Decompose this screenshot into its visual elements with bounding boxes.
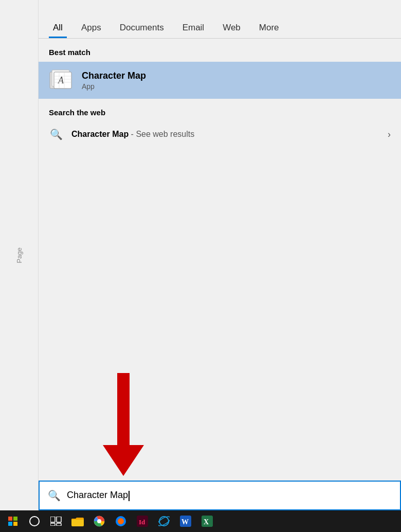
svg-rect-13: [8, 522, 12, 526]
tab-documents[interactable]: Documents: [111, 12, 173, 38]
search-bar[interactable]: 🔍 Character Map: [39, 481, 401, 510]
page-label: Page: [15, 247, 23, 263]
svg-rect-19: [57, 523, 61, 526]
file-explorer-button[interactable]: [67, 510, 88, 532]
task-view-button[interactable]: [45, 510, 67, 532]
left-sidebar: Page: [0, 0, 39, 510]
search-bar-text: Character Map: [67, 490, 130, 501]
app-type: App: [82, 82, 146, 91]
chrome-button[interactable]: [88, 510, 110, 532]
svg-text:Id: Id: [139, 518, 145, 526]
web-search-label: Search the web: [49, 108, 391, 123]
cortana-button[interactable]: [24, 510, 45, 532]
results-area: Best match A Chara: [39, 39, 401, 481]
web-suffix: - See web results: [129, 130, 194, 139]
svg-rect-16: [50, 517, 55, 522]
tab-apps[interactable]: Apps: [72, 12, 111, 38]
svg-text:W: W: [181, 518, 189, 526]
text-cursor: [129, 491, 130, 501]
app-info: Character Map App: [82, 70, 146, 91]
word-button[interactable]: W: [175, 510, 196, 532]
best-match-item[interactable]: A Character Map App: [39, 62, 401, 99]
svg-point-24: [118, 518, 124, 524]
firefox-button[interactable]: [110, 510, 132, 532]
svg-rect-11: [8, 517, 12, 521]
web-query: Character Map: [71, 130, 129, 139]
search-bar-icon: 🔍: [48, 489, 61, 502]
web-search-section: Search the web 🔍 Character Map - See web…: [39, 99, 401, 151]
tab-more[interactable]: More: [250, 12, 288, 38]
search-panel: All Apps Documents Email Web More Best m…: [39, 0, 401, 481]
excel-button[interactable]: X: [196, 510, 218, 532]
web-search-item[interactable]: 🔍 Character Map - See web results ›: [49, 123, 391, 146]
svg-text:A: A: [58, 75, 64, 85]
best-match-label: Best match: [39, 39, 401, 62]
ie-button[interactable]: [153, 510, 175, 532]
tab-web[interactable]: Web: [213, 12, 250, 38]
character-map-icon: A: [49, 68, 74, 93]
svg-rect-17: [57, 517, 61, 522]
taskbar: Id W X: [0, 510, 401, 532]
svg-point-28: [158, 516, 170, 527]
start-button[interactable]: [2, 510, 24, 532]
svg-rect-18: [50, 523, 55, 526]
svg-point-22: [97, 519, 101, 523]
chevron-right-icon: ›: [388, 129, 391, 140]
svg-rect-12: [13, 517, 17, 521]
svg-point-15: [30, 517, 39, 526]
tabs-row: All Apps Documents Email Web More: [39, 0, 401, 39]
svg-rect-14: [13, 522, 17, 526]
app-name: Character Map: [82, 70, 146, 81]
tab-email[interactable]: Email: [173, 12, 214, 38]
web-search-icon: 🔍: [49, 127, 63, 141]
tab-all[interactable]: All: [44, 12, 72, 38]
indesign-button[interactable]: Id: [132, 510, 153, 532]
svg-rect-20: [71, 519, 84, 526]
svg-text:X: X: [204, 518, 209, 526]
